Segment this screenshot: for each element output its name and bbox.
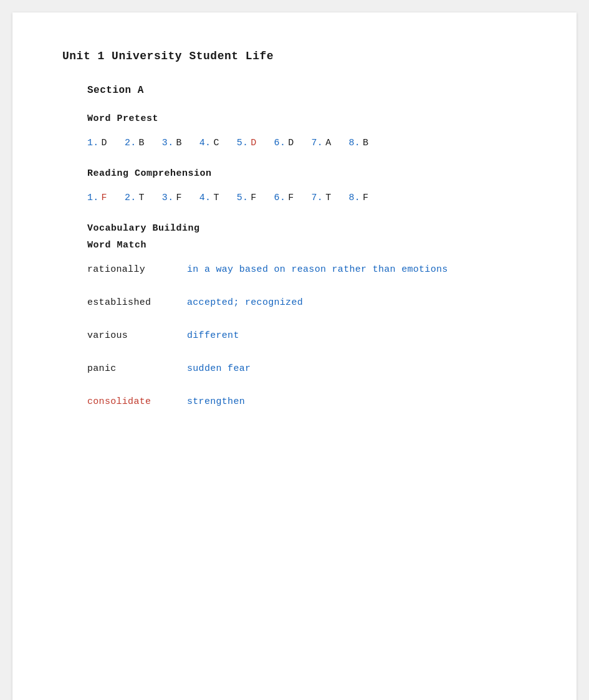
answer-number: 2.: [125, 138, 136, 148]
answer-value: F: [176, 193, 181, 203]
word-match-definition: accepted; recognized: [187, 297, 303, 308]
answer-value: B: [139, 138, 145, 148]
answer-item: 8.F: [348, 193, 368, 203]
word-match-word: rationally: [87, 264, 187, 275]
answer-value: T: [139, 193, 145, 203]
answer-number: 2.: [125, 193, 136, 203]
answer-number: 1.: [87, 193, 99, 203]
vocab-building-title: Vocabulary Building: [87, 223, 527, 234]
answer-number: 4.: [199, 193, 211, 203]
answer-value: B: [176, 138, 181, 148]
reading-comp-title: Reading Comprehension: [87, 168, 527, 179]
reading-comp-answers: 1.F2.T3.F4.T5.F6.F7.T8.F: [87, 193, 527, 203]
answer-value: F: [251, 193, 256, 203]
answer-number: 5.: [237, 193, 249, 203]
answer-item: 6.D: [274, 138, 294, 148]
answer-value: D: [102, 138, 107, 148]
answer-item: 3.B: [162, 138, 182, 148]
word-match-section: rationallyin a way based on reason rathe…: [87, 264, 527, 407]
answer-item: 5.D: [237, 138, 257, 148]
answer-number: 6.: [274, 138, 286, 148]
answer-item: 1.D: [87, 138, 107, 148]
word-match-row: establishedaccepted; recognized: [87, 297, 527, 308]
answer-value: F: [363, 193, 368, 203]
answer-value: T: [325, 193, 331, 203]
answer-item: 1.F: [87, 193, 107, 203]
word-match-row: panicsudden fear: [87, 363, 527, 374]
answer-value: F: [102, 193, 107, 203]
answer-value: A: [325, 138, 331, 148]
answer-number: 3.: [162, 193, 174, 203]
answer-value: F: [288, 193, 294, 203]
word-pretest-title: Word Pretest: [87, 113, 527, 124]
word-match-row: rationallyin a way based on reason rathe…: [87, 264, 527, 275]
answer-number: 7.: [312, 193, 323, 203]
word-match-row: consolidatestrengthen: [87, 396, 527, 407]
answer-number: 6.: [274, 193, 286, 203]
word-match-definition: in a way based on reason rather than emo…: [187, 264, 448, 275]
answer-item: 7.A: [312, 138, 332, 148]
answer-item: 2.T: [125, 193, 145, 203]
answer-item: 4.C: [199, 138, 219, 148]
answer-item: 6.F: [274, 193, 294, 203]
word-match-definition: sudden fear: [187, 363, 251, 374]
answer-number: 1.: [87, 138, 99, 148]
answer-item: 4.T: [199, 193, 219, 203]
word-match-title: Word Match: [87, 240, 527, 251]
answer-value: D: [288, 138, 294, 148]
answer-item: 2.B: [125, 138, 145, 148]
page-container: Unit 1 University Student Life Section A…: [12, 12, 577, 700]
answer-item: 7.T: [312, 193, 332, 203]
answer-number: 7.: [312, 138, 323, 148]
unit-title: Unit 1 University Student Life: [62, 50, 527, 62]
answer-item: 3.F: [162, 193, 182, 203]
section-a-title: Section A: [87, 85, 527, 96]
answer-number: 8.: [348, 138, 360, 148]
answer-item: 8.B: [348, 138, 368, 148]
answer-value: T: [213, 193, 219, 203]
answer-item: 5.F: [237, 193, 257, 203]
word-match-row: variousdifferent: [87, 330, 527, 341]
answer-value: C: [213, 138, 219, 148]
answer-number: 5.: [237, 138, 249, 148]
word-match-word: consolidate: [87, 396, 187, 407]
answer-value: B: [363, 138, 368, 148]
word-pretest-answers: 1.D2.B3.B4.C5.D6.D7.A8.B: [87, 138, 527, 148]
word-match-definition: different: [187, 330, 239, 341]
word-match-definition: strengthen: [187, 396, 245, 407]
answer-value: D: [251, 138, 256, 148]
word-match-word: established: [87, 297, 187, 308]
answer-number: 3.: [162, 138, 174, 148]
answer-number: 8.: [348, 193, 360, 203]
word-match-word: various: [87, 330, 187, 341]
answer-number: 4.: [199, 138, 211, 148]
word-match-word: panic: [87, 363, 187, 374]
